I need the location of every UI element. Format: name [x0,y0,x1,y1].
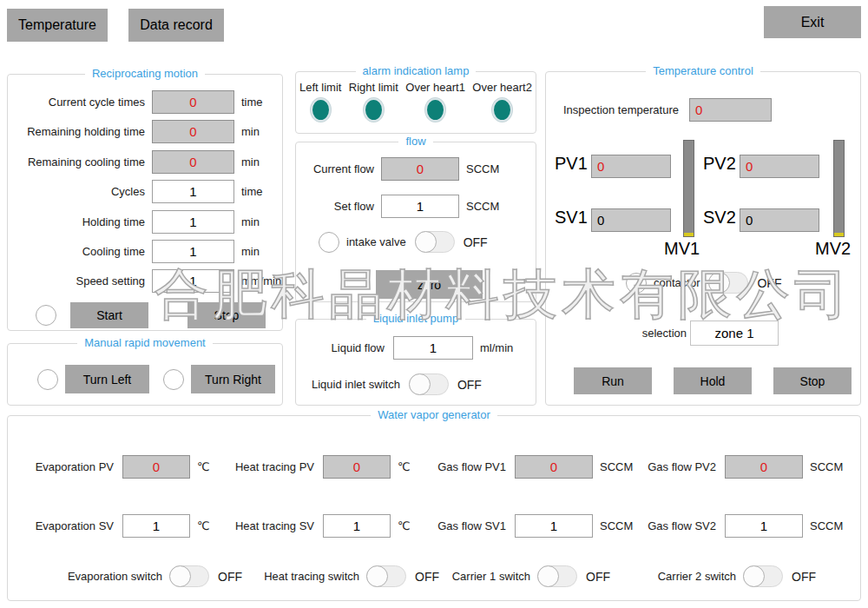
turn-left-button[interactable]: Turn Left [65,365,149,393]
evaporation-sv-label: Evaporation SV [16,519,114,532]
motion-run-indicator [36,305,56,326]
speed-setting-unit: mm/min [241,274,281,287]
toggle-knob [415,231,437,253]
temp-stop-button[interactable]: Stop [773,367,852,394]
liquid-flow-input[interactable]: 1 [393,336,473,360]
sv1-value: 0 [591,208,671,232]
carrier-2-switch-state: OFF [792,570,816,584]
contactor-state: OFF [757,276,781,290]
current-flow-label: Current flow [305,162,374,175]
liquid-flow-label: Liquid flow [305,341,385,354]
toggle-knob [743,565,765,587]
intake-valve-toggle[interactable] [415,231,455,253]
temperature-control-panel: Temperature control Inspection temperatu… [545,71,861,406]
toggle-knob [366,565,388,587]
cooling-time-input[interactable]: 1 [152,240,234,263]
sv1-label: SV1 [555,208,588,228]
set-flow-input[interactable]: 1 [381,195,459,218]
set-flow-unit: SCCM [466,200,499,213]
temperature-tab-button[interactable]: Temperature [7,9,108,42]
contactor-toggle[interactable] [708,272,748,294]
heat-tracing-pv-value: 0 [323,455,391,479]
holding-time-input[interactable]: 1 [152,210,234,234]
current-flow-unit: SCCM [466,162,499,175]
evaporation-pv-unit: ℃ [197,460,210,473]
hold-button[interactable]: Hold [674,367,752,394]
over-heart1-label: Over heart1 [405,81,465,94]
mv2-gauge-fill [834,233,844,236]
over-heart1-lamp [425,98,445,122]
mv2-gauge [833,140,845,237]
mv1-gauge [683,140,694,237]
toggle-knob [537,565,559,587]
cycles-input[interactable]: 1 [152,180,234,203]
speed-setting-input[interactable]: 1 [152,269,234,293]
remaining-holding-time-label: Remaining holding time [16,125,145,138]
carrier-2-switch-toggle[interactable] [743,565,783,587]
carrier-2-switch-label: Carrier 2 switch [643,570,736,583]
mv1-gauge-fill [684,233,694,236]
heat-tracing-pv-label: Heat tracing PV [220,460,314,473]
heat-tracing-sv-label: Heat tracing SV [220,519,314,532]
heat-tracing-pv-unit: ℃ [398,460,411,473]
inspection-temperature-label: Inspection temperature [563,103,679,116]
start-button[interactable]: Start [70,302,148,328]
panel-title: Water vapor generator [8,408,860,421]
contactor-label: contactor [654,276,700,289]
gas-flow-sv2-input[interactable]: 1 [725,514,803,538]
set-flow-label: Set flow [305,200,374,213]
remaining-holding-time-unit: min [241,125,260,138]
liquid-inlet-switch-label: Liquid inlet switch [312,378,400,391]
left-limit-lamp [311,98,331,122]
panel-title: Liquid inlet pump [296,312,536,325]
turn-right-button[interactable]: Turn Right [191,365,275,393]
panel-title: alarm indication lamp [296,64,536,77]
gas-flow-pv1-unit: SCCM [600,460,633,473]
carrier-1-switch-state: OFF [586,570,610,584]
evaporation-switch-toggle[interactable] [169,565,209,587]
stop-button[interactable]: Stop [187,302,266,328]
sv2-label: SV2 [703,208,736,228]
evaporation-sv-input[interactable]: 1 [122,514,190,538]
pv1-value: 0 [591,155,671,178]
flow-panel: flow Current flow 0 SCCM Set flow 1 SCCM… [295,142,536,302]
carrier-1-switch-toggle[interactable] [537,565,577,587]
right-limit-label: Right limit [349,81,398,94]
liquid-inlet-switch-state: OFF [457,378,482,392]
data-record-tab-button[interactable]: Data record [128,9,224,42]
panel-title: Manual rapid movement [8,336,282,349]
run-button[interactable]: Run [574,367,652,394]
remaining-cooling-time-unit: min [241,155,260,169]
gas-flow-pv2-unit: SCCM [810,460,843,473]
evaporation-pv-value: 0 [122,455,190,479]
cooling-time-unit: min [241,245,260,258]
liquid-inlet-pump-panel: Liquid inlet pump Liquid flow 1 ml/min L… [295,319,536,406]
gas-flow-sv2-label: Gas flow SV2 [643,519,716,532]
gas-flow-sv2-unit: SCCM [810,519,843,532]
heat-tracing-switch-label: Heat tracing switch [220,570,359,583]
liquid-inlet-switch-toggle[interactable] [409,373,449,395]
gas-flow-sv1-unit: SCCM [600,519,633,532]
toggle-knob [409,373,431,395]
over-heart2-lamp [492,98,512,122]
exit-button[interactable]: Exit [764,6,861,38]
zero-button[interactable]: zero [376,270,483,299]
gas-flow-pv2-label: Gas flow PV2 [643,460,716,473]
app-window: Temperature Data record Exit Reciprocati… [0,0,868,608]
holding-time-unit: min [241,215,260,228]
heat-tracing-sv-input[interactable]: 1 [323,514,391,538]
selection-label: selection [546,327,687,340]
heat-tracing-sv-unit: ℃ [398,519,411,532]
gas-flow-sv1-input[interactable]: 1 [515,514,593,538]
gas-flow-sv1-label: Gas flow SV1 [433,519,506,532]
carrier-1-switch-label: Carrier 1 switch [433,570,530,583]
toggle-knob [169,565,191,587]
inspection-temperature-value: 0 [689,98,772,122]
selection-dropdown[interactable]: zone 1 [690,321,779,346]
gas-flow-pv1-value: 0 [515,455,593,479]
current-cycle-times-unit: time [241,96,263,109]
heat-tracing-switch-toggle[interactable] [366,565,406,587]
alarm-indication-lamp-panel: alarm indication lamp Left limit Right l… [295,71,536,134]
reciprocating-motion-panel: Reciprocating motion Current cycle times… [7,74,283,331]
remaining-holding-time-value: 0 [152,120,234,143]
